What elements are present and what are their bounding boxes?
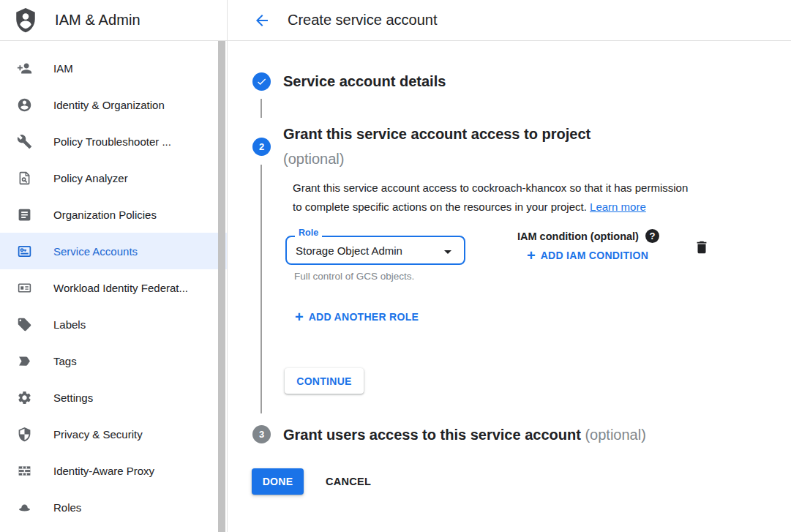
sidebar-item-policy-analyzer[interactable]: Policy Analyzer [0,160,227,196]
dropdown-caret-icon [439,243,457,261]
gear-icon [17,390,32,405]
sidebar-item-label: Privacy & Security [53,428,143,441]
sidebar-item-label: Workload Identity Federat... [53,282,188,294]
sidebar-scrollbar[interactable] [218,41,225,532]
add-another-role-label: ADD ANOTHER ROLE [309,311,419,323]
plus-icon: + [295,310,304,324]
step3-optional-label: (optional) [585,427,645,443]
wrench-icon [17,134,32,149]
check-icon [256,76,267,87]
help-icon[interactable]: ? [645,229,659,243]
sidebar-item-privacy-security[interactable]: Privacy & Security [0,416,227,452]
sidebar-nav: IAM Identity & Organization Policy Troub… [0,41,227,525]
back-arrow-icon[interactable] [253,12,271,29]
role-helper-text: Full control of GCS objects. [294,271,414,282]
role-selected-value: Storage Object Admin [296,244,402,257]
description-line2: to complete specific actions on the reso… [293,201,587,213]
step3-number: 3 [259,429,264,440]
step1-check-circle [252,72,271,91]
sidebar-item-settings[interactable]: Settings [0,379,227,416]
sidebar-item-label: Roles [53,501,81,514]
hat-icon [17,500,32,515]
sidebar-item-identity-organization[interactable]: Identity & Organization [0,86,227,123]
continue-button[interactable]: CONTINUE [285,368,364,394]
iam-condition-label: IAM condition (optional) ? [517,229,659,243]
step1-title: Service account details [283,70,446,92]
service-account-key-icon [17,244,32,259]
proxy-grid-icon [17,463,32,479]
wizard-content: Service account details 2 Grant this ser… [228,41,791,532]
add-iam-condition-label: ADD IAM CONDITION [541,250,648,261]
add-iam-condition-button[interactable]: + ADD IAM CONDITION [527,248,648,263]
sidebar-item-workload-identity-federation[interactable]: Workload Identity Federat... [0,269,227,306]
sidebar-item-label: Policy Analyzer [53,172,128,184]
step2-description: Grant this service account access to coc… [293,179,732,216]
account-circle-icon [17,97,32,113]
sidebar-header: IAM & Admin [0,0,227,41]
sidebar-item-label: Tags [53,355,77,367]
step2-optional-label: (optional) [283,146,693,171]
cancel-button[interactable]: CANCEL [317,468,380,495]
iam-admin-console: IAM & Admin IAM Identity & Organization [0,0,791,532]
sidebar-item-roles[interactable]: Roles [0,489,227,525]
page-title: Create service account [288,12,438,29]
sidebar-item-organization-policies[interactable]: Organization Policies [0,196,227,233]
sidebar-item-label: Service Accounts [53,245,138,258]
sidebar-item-policy-troubleshooter[interactable]: Policy Troubleshooter ... [0,123,227,160]
step2-number-circle: 2 [252,138,271,156]
sidebar-item-labels[interactable]: Labels [0,306,227,342]
step3-title: Grant users access to this service accou… [283,422,646,447]
sidebar-item-label: Identity-Aware Proxy [53,465,154,477]
sidebar: IAM & Admin IAM Identity & Organization [0,0,228,532]
sidebar-item-label: Policy Troubleshooter ... [53,135,171,148]
step2-rail [260,165,262,413]
step-connector [260,99,262,118]
role-field-label: Role [295,228,322,238]
add-another-role-button[interactable]: + ADD ANOTHER ROLE [295,310,419,324]
iam-shield-icon [13,6,38,35]
shield-half-icon [17,427,32,442]
done-button[interactable]: DONE [252,468,304,495]
topbar: Create service account [228,0,791,41]
step3-number-circle: 3 [252,425,271,443]
step2-title: Grant this service account access to pro… [283,121,693,171]
description-line1: Grant this service account access to coc… [293,179,732,198]
document-search-icon [17,171,32,186]
sidebar-item-label: Labels [53,318,86,331]
step2-title-text: Grant this service account access to pro… [283,121,693,146]
sidebar-item-service-accounts[interactable]: Service Accounts [0,233,227,269]
iam-condition-label-text: IAM condition (optional) [517,231,639,242]
sidebar-item-tags[interactable]: Tags [0,342,227,379]
sidebar-item-identity-aware-proxy[interactable]: Identity-Aware Proxy [0,452,227,489]
delete-role-icon[interactable] [694,239,710,255]
step2-number: 2 [259,141,264,152]
arrow-tag-icon [17,353,32,369]
app-title: IAM & Admin [55,12,140,29]
sidebar-item-label: Identity & Organization [53,99,165,111]
sidebar-item-label: Organization Policies [53,209,157,221]
sidebar-item-iam[interactable]: IAM [0,50,227,86]
sidebar-item-label: Settings [53,391,93,404]
main-panel: Create service account Service account d… [228,0,791,532]
plus-icon: + [527,248,536,263]
person-add-icon [17,61,32,76]
learn-more-link[interactable]: Learn more [590,201,646,213]
role-select[interactable]: Storage Object Admin [285,236,465,265]
sidebar-item-label: IAM [53,62,73,75]
label-tag-icon [17,317,32,332]
badge-card-icon [17,280,32,296]
step3-title-text: Grant users access to this service accou… [283,427,581,443]
article-icon [17,207,32,222]
